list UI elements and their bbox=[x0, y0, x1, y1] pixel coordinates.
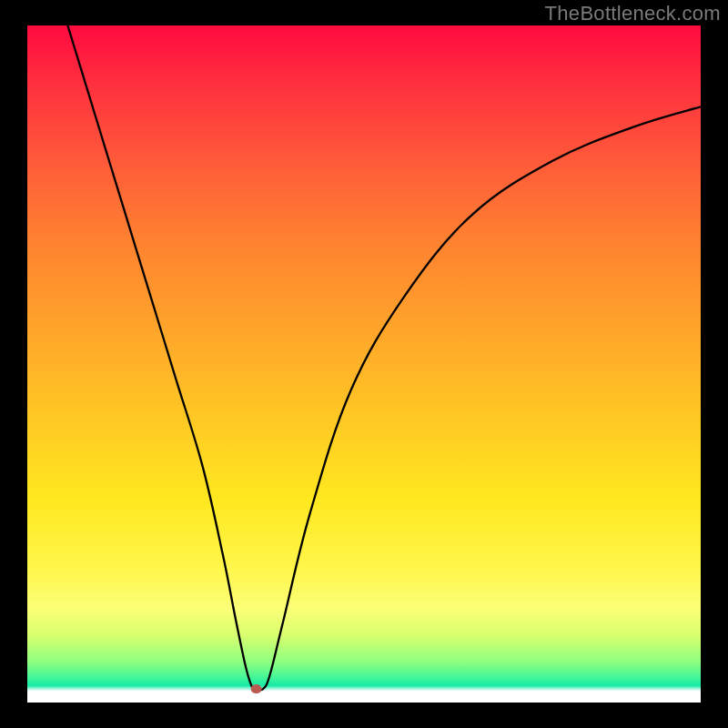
watermark-text: TheBottleneck.com bbox=[545, 2, 721, 25]
bottleneck-curve bbox=[67, 25, 701, 691]
curve-svg bbox=[27, 25, 701, 703]
chart-frame: TheBottleneck.com bbox=[0, 0, 728, 728]
plot-area bbox=[27, 25, 701, 703]
optimum-marker bbox=[251, 684, 262, 693]
